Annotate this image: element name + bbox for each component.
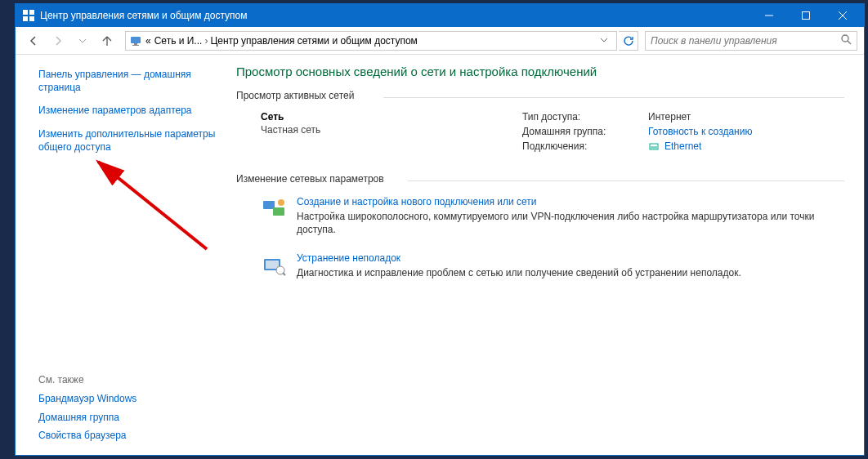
toolbar: « Сеть и И... › Центр управления сетями … [16, 27, 864, 55]
window-controls [750, 4, 861, 27]
recent-dropdown[interactable] [71, 29, 94, 52]
sidebar: Панель управления — домашняя страница Из… [16, 55, 228, 455]
network-type: Частная сеть [261, 124, 522, 136]
access-type-label: Тип доступа: [522, 111, 645, 123]
svg-rect-8 [131, 37, 141, 43]
settings-section: Изменение сетевых параметров Создание и … [236, 173, 844, 292]
refresh-button[interactable] [619, 31, 638, 51]
svg-line-12 [848, 41, 851, 44]
minimize-button[interactable] [750, 4, 787, 27]
search-box[interactable] [645, 31, 857, 51]
breadcrumb-item-1[interactable]: Сеть и И... [154, 35, 203, 47]
new-connection-icon [261, 196, 287, 222]
homegroup-link[interactable]: Готовность к созданию [648, 126, 752, 137]
svg-rect-10 [132, 45, 139, 46]
action-troubleshoot-title[interactable]: Устранение неполадок [297, 252, 844, 264]
sidebar-homegroup-link[interactable]: Домашняя группа [38, 411, 217, 424]
svg-point-20 [278, 199, 284, 206]
access-type-value: Интернет [648, 111, 752, 123]
back-button[interactable] [22, 29, 45, 52]
svg-rect-19 [273, 207, 284, 216]
breadcrumb[interactable]: « Сеть и И... › Центр управления сетями … [125, 31, 617, 51]
forward-button[interactable] [47, 29, 69, 52]
svg-rect-2 [23, 16, 28, 21]
action-new-connection-desc: Настройка широкополосного, коммутируемог… [297, 210, 844, 236]
svg-rect-0 [23, 10, 28, 15]
sidebar-sharing-link[interactable]: Изменить дополнительные параметры общего… [38, 127, 217, 154]
sidebar-browser-link[interactable]: Свойства браузера [38, 429, 217, 442]
svg-rect-18 [263, 201, 275, 209]
svg-rect-1 [29, 10, 34, 15]
breadcrumb-item-2[interactable]: Центр управления сетями и общим доступом [210, 35, 418, 47]
troubleshoot-icon [261, 252, 287, 279]
svg-rect-3 [29, 16, 34, 21]
action-new-connection-title[interactable]: Создание и настройка нового подключения … [297, 196, 844, 207]
action-troubleshoot-desc: Диагностика и исправление проблем с сеть… [297, 266, 844, 279]
up-button[interactable] [96, 29, 119, 52]
chevron-right-icon: › [204, 35, 208, 47]
control-panel-window: Центр управления сетями и общим доступом [15, 3, 865, 456]
svg-rect-9 [134, 43, 137, 45]
svg-point-11 [842, 35, 848, 42]
maximize-button[interactable] [787, 4, 824, 27]
divider [383, 97, 844, 98]
sidebar-home-link[interactable]: Панель управления — домашняя страница [38, 68, 217, 94]
app-icon [22, 9, 35, 22]
connection-link[interactable]: Ethernet [648, 140, 752, 152]
breadcrumb-dropdown[interactable] [595, 35, 613, 47]
homegroup-label: Домашняя группа: [522, 126, 645, 137]
network-details: Тип доступа: Интернет Домашняя группа: Г… [522, 111, 752, 152]
change-settings-heading: Изменение сетевых параметров [236, 173, 844, 185]
close-button[interactable] [824, 4, 861, 27]
sidebar-adapter-link[interactable]: Изменение параметров адаптера [38, 104, 217, 117]
svg-line-24 [283, 273, 285, 275]
network-info: Сеть Частная сеть [261, 111, 522, 152]
action-new-connection: Создание и настройка нового подключения … [236, 191, 844, 247]
sidebar-firewall-link[interactable]: Брандмауэр Windows [38, 392, 217, 405]
window-title: Центр управления сетями и общим доступом [40, 10, 750, 21]
connection-name: Ethernet [664, 140, 701, 152]
ethernet-icon [648, 140, 660, 152]
main-content: Просмотр основных сведений о сети и наст… [228, 55, 864, 455]
search-input[interactable] [651, 35, 840, 47]
search-icon [840, 33, 852, 47]
network-row: Сеть Частная сеть Тип доступа: Интернет … [236, 108, 844, 167]
divider [408, 180, 844, 181]
connections-label: Подключения: [522, 140, 645, 152]
breadcrumb-prefix: « [145, 35, 151, 47]
page-heading: Просмотр основных сведений о сети и наст… [236, 65, 844, 78]
svg-rect-5 [802, 12, 809, 20]
action-troubleshoot: Устранение неполадок Диагностика и испра… [236, 247, 844, 291]
body: Панель управления — домашняя страница Из… [16, 55, 864, 455]
svg-rect-22 [266, 261, 279, 269]
active-networks-heading: Просмотр активных сетей [236, 90, 844, 101]
see-also-heading: См. также [38, 374, 217, 385]
titlebar: Центр управления сетями и общим доступом [16, 4, 864, 27]
network-name: Сеть [261, 111, 522, 123]
network-folder-icon [129, 34, 142, 47]
